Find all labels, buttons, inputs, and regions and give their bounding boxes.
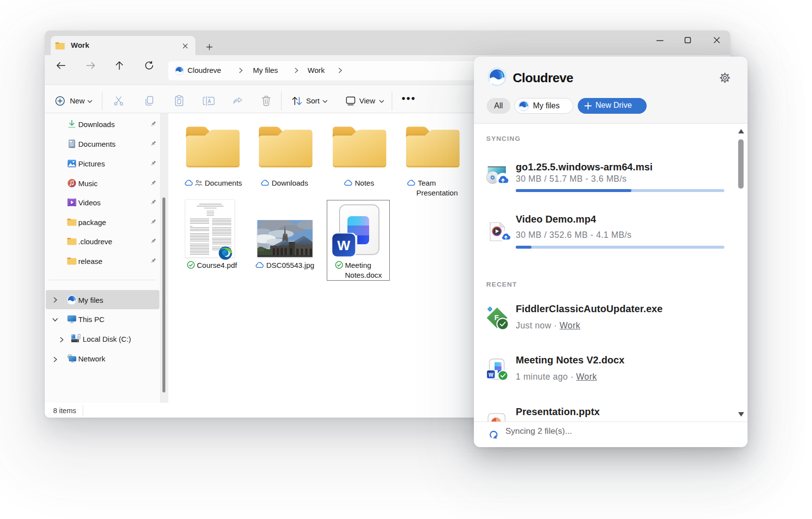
svg-text:W: W (337, 238, 350, 253)
svg-text:W: W (489, 372, 494, 378)
